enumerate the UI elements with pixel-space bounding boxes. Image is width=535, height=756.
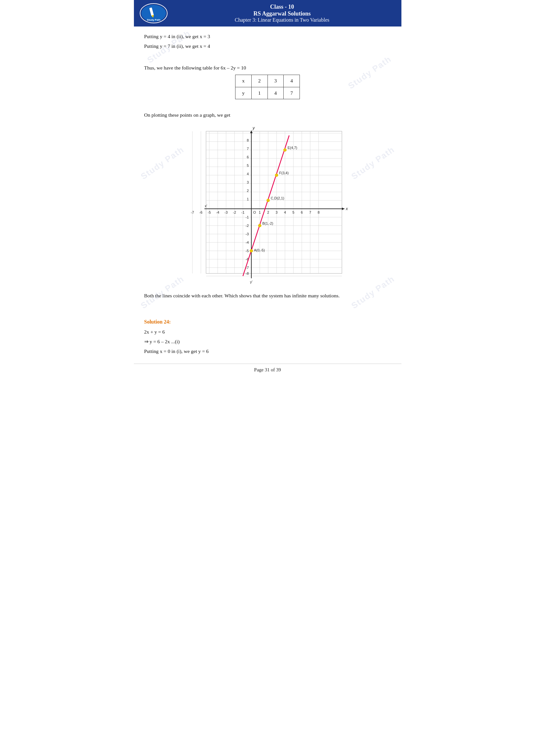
- coordinate-graph: -7 -6 -5 -4 -3 -2 -1 O 1 2 3 4 5 6 7 8 -…: [187, 125, 348, 286]
- svg-text:-4: -4: [216, 210, 219, 214]
- graph-intro: On plotting these points on a graph, we …: [144, 111, 391, 119]
- x-prime-label: x': [205, 204, 207, 208]
- svg-text:-2: -2: [245, 224, 249, 228]
- svg-text:6: 6: [301, 210, 303, 214]
- svg-text:3: 3: [247, 180, 249, 184]
- point-E: [283, 148, 287, 151]
- logo: Study Path: [139, 3, 168, 24]
- cell-x-4: 4: [284, 75, 300, 87]
- svg-text:7: 7: [247, 147, 249, 150]
- svg-text:-6: -6: [199, 210, 203, 214]
- svg-text:8: 8: [318, 210, 320, 214]
- svg-text:-3: -3: [224, 210, 228, 214]
- svg-text:8: 8: [247, 138, 249, 142]
- y-prime-label: y': [250, 280, 253, 284]
- value-table: x 2 3 4 y 1 4 7: [235, 75, 300, 99]
- svg-text:-5: -5: [208, 210, 211, 214]
- point-A: [250, 249, 253, 253]
- svg-text:-5: -5: [245, 249, 249, 253]
- page-header: Study Path Class - 10 RS Aggarwal Soluti…: [134, 0, 401, 26]
- svg-text:2: 2: [267, 210, 269, 214]
- svg-text:-8: -8: [245, 272, 249, 275]
- svg-text:1: 1: [247, 197, 249, 201]
- sol24-line2: ⇒ y = 6 – 2x ...(i): [144, 338, 391, 346]
- cell-x-3: 3: [268, 75, 284, 87]
- svg-text:3: 3: [276, 210, 277, 214]
- point-CD: [267, 199, 270, 202]
- sol24-line3: Putting x = 0 in (i), we get y = 6: [144, 347, 391, 356]
- svg-text:1: 1: [259, 210, 261, 214]
- label-CD: C,D(2,1): [271, 196, 284, 200]
- svg-text:7: 7: [309, 210, 311, 214]
- line2: Putting y = 7 in (ii), we get x = 4: [144, 42, 391, 50]
- label-A: A(0,-5): [254, 248, 265, 252]
- svg-text:O: O: [253, 210, 256, 214]
- table-row-y: y 1 4 7: [236, 87, 300, 99]
- svg-text:5: 5: [247, 164, 249, 167]
- solution24-label: Solution 24:: [144, 317, 391, 326]
- svg-text:4: 4: [284, 210, 286, 214]
- x-axis-label: x: [346, 206, 348, 211]
- table-row-x: x 2 3 4: [236, 75, 300, 87]
- header-class: Class - 10: [168, 4, 396, 10]
- point-B: [258, 224, 261, 227]
- cell-y-4: 4: [268, 87, 284, 99]
- svg-text:6: 6: [247, 155, 249, 159]
- main-content: Study Path Study Path Study Path Study P…: [134, 26, 401, 361]
- svg-text:4: 4: [247, 172, 249, 176]
- svg-text:-2: -2: [233, 210, 236, 214]
- cell-y-7: 7: [284, 87, 300, 99]
- cell-x-label: x: [236, 75, 252, 87]
- header-chapter: Chapter 3: Linear Equations in Two Varia…: [168, 17, 396, 23]
- svg-text:-4: -4: [245, 240, 249, 244]
- svg-text:Study Path: Study Path: [147, 18, 160, 21]
- label-E: E(4,7): [288, 146, 297, 149]
- y-axis-label: y: [252, 125, 255, 130]
- label-F: F(3,4): [279, 171, 289, 175]
- svg-text:-1: -1: [241, 210, 244, 214]
- table-intro: Thus, we have the following table for 6x…: [144, 64, 391, 72]
- sol24-line1: 2x + y = 6: [144, 328, 391, 336]
- cell-y-1: 1: [251, 87, 268, 99]
- header-text: Class - 10 RS Aggarwal Solutions Chapter…: [168, 4, 396, 23]
- graph-container: -7 -6 -5 -4 -3 -2 -1 O 1 2 3 4 5 6 7 8 -…: [144, 125, 391, 286]
- point-F: [275, 174, 278, 177]
- table-section: Thus, we have the following table for 6x…: [144, 64, 391, 99]
- svg-text:-3: -3: [245, 232, 249, 236]
- conclusion: Both the lines coincide with each other.…: [144, 291, 391, 300]
- x-arrow: [342, 207, 345, 210]
- line1: Putting y = 4 in (ii), we get x = 3: [144, 32, 391, 41]
- page-number: Page 31 of 39: [254, 367, 281, 372]
- cell-x-2: 2: [251, 75, 268, 87]
- label-B: B(1,-2): [262, 221, 273, 225]
- svg-rect-5: [206, 131, 342, 273]
- svg-text:-1: -1: [245, 215, 249, 219]
- cell-y-label: y: [236, 87, 252, 99]
- page-footer: Page 31 of 39: [134, 364, 401, 375]
- svg-text:-7: -7: [191, 210, 194, 214]
- header-book: RS Aggarwal Solutions: [168, 10, 396, 17]
- svg-text:2: 2: [247, 189, 249, 193]
- svg-text:5: 5: [293, 210, 294, 214]
